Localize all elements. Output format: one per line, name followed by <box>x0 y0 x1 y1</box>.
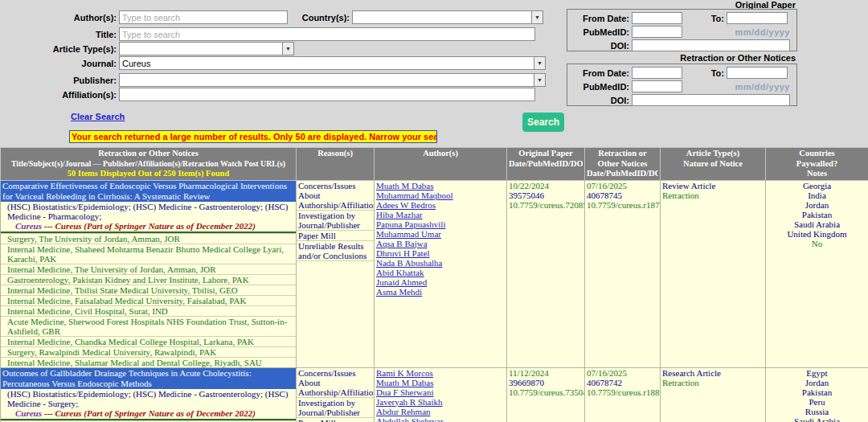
table-header-row: Retraction or Other Notices Title/Subjec… <box>1 148 868 181</box>
original-date: 11/12/2024 <box>507 368 584 378</box>
author-link[interactable]: Abdur Rehman <box>375 407 432 416</box>
author-link[interactable]: Dhruvi H Patel <box>375 248 432 258</box>
notices-doi-input[interactable] <box>632 94 790 106</box>
country-item: Peru <box>766 397 868 407</box>
result-title[interactable]: Outcomes of Gallbladder Drainage Techniq… <box>1 368 296 389</box>
paywalled-value: No <box>766 239 868 248</box>
author-link[interactable]: Muhammad Umar <box>375 229 443 239</box>
notice-date: 07/16/2025 <box>585 181 660 191</box>
affiliation-item: Internal Medicine, Faisalabad Medical Un… <box>1 295 296 305</box>
journal-line: Cureus --- Cureus (Part of Springer Natu… <box>1 221 296 233</box>
country-label: Country(s): <box>288 13 352 23</box>
original-paper-cell: 10/22/20243957504610.7759/cureus.72085 <box>507 180 585 367</box>
original-pubmedid-input[interactable] <box>632 26 682 38</box>
notices-to-label: To: <box>682 68 727 78</box>
author-link[interactable]: Abid Khattak <box>375 268 426 277</box>
journal-publisher: --- Cureus (Part of Springer Nature as o… <box>44 221 256 231</box>
author-label: Author(s): <box>0 13 119 23</box>
original-from-date-input[interactable] <box>632 12 682 24</box>
author-link[interactable]: Dua F Sherwani <box>375 387 436 397</box>
original-date: 10/22/2024 <box>507 181 584 191</box>
notice-doi: 10.7759/cureus.r187 <box>585 200 660 210</box>
chevron-down-icon[interactable]: ▼ <box>534 73 546 87</box>
result-main-cell: Comparative Effectiveness of Endoscopic … <box>1 180 297 367</box>
country-input[interactable] <box>352 10 532 24</box>
results-warning-banner: Your search returned a large number of r… <box>69 130 437 143</box>
chevron-down-icon[interactable]: ▼ <box>534 56 546 70</box>
author-link[interactable]: Muath M Dabas <box>375 181 436 191</box>
notices-from-date-label: From Date: <box>567 68 632 78</box>
author-link[interactable]: Muath M Dabas <box>375 378 436 387</box>
author-link[interactable]: Abdullah Shehryar <box>375 416 444 422</box>
country-item: Jordan <box>766 200 868 210</box>
date-format-hint: mm/dd/yyyy <box>735 82 790 92</box>
publisher-select[interactable]: ▼ <box>119 73 546 87</box>
chevron-down-icon[interactable]: ▼ <box>283 42 294 55</box>
author-link[interactable]: Junaid Ahmed <box>375 277 428 287</box>
article-type-select[interactable]: ▼ <box>119 42 294 55</box>
reason-item: Concerns/Issues About Authorship/Affilia… <box>297 368 374 398</box>
country-item: Pakistan <box>766 210 868 219</box>
publisher-label: Publisher: <box>0 76 119 85</box>
article-type-cell: Review ArticleRetraction <box>661 180 766 367</box>
title-input[interactable] <box>119 27 535 41</box>
affiliation-item: Gastroenterology, Pakistan Kidney and Li… <box>1 274 296 285</box>
affiliation-input[interactable] <box>119 88 535 101</box>
article-type-label: Article Type(s): <box>0 44 119 54</box>
original-doi: 10.7759/cureus.72085 <box>507 200 584 210</box>
affiliation-item: Internal Medicine, Civil Hospital, Surat… <box>1 305 296 316</box>
header-article-type: Article Type(s) Nature of Notice <box>661 148 766 181</box>
article-type-row: Article Type(s): ▼ <box>0 42 294 55</box>
journal-link[interactable]: Cureus <box>15 408 44 418</box>
journal-link[interactable]: Cureus <box>15 221 44 231</box>
date-format-hint: mm/dd/yyyy <box>735 27 790 37</box>
affiliation-item: Surgery, The University of Jordan, Amman… <box>1 233 296 244</box>
country-item: United Kingdom <box>766 229 868 239</box>
journal-input[interactable] <box>119 56 534 70</box>
author-link[interactable]: Adees W Bedros <box>375 200 437 210</box>
notices-from-date-input[interactable] <box>632 67 682 79</box>
article-type-input[interactable] <box>119 42 283 55</box>
author-link[interactable]: Rami K Morcos <box>375 368 435 378</box>
notices-to-date-input[interactable] <box>727 67 788 79</box>
country-item: Egypt <box>766 368 868 378</box>
authors-cell: Muath M DabasMuhammad MaqboolAdees W Bed… <box>375 180 507 367</box>
author-link[interactable]: Hiba Mazhar <box>375 210 424 219</box>
notices-pubmedid-label: PubMedID: <box>567 82 632 92</box>
author-link[interactable]: Muhammad Maqbool <box>375 191 455 200</box>
original-from-date-label: From Date: <box>567 14 632 23</box>
author-link[interactable]: Asma Mehdi <box>375 287 424 297</box>
original-doi: 10.7759/cureus.73504 <box>507 387 584 397</box>
nature-of-notice: Retraction <box>661 378 765 387</box>
country-item: Saudi Arabia <box>766 416 868 422</box>
notice-pubmedid: 40678742 <box>585 378 660 387</box>
publisher-input[interactable] <box>119 73 534 87</box>
reason-item: Concerns/Issues About Authorship/Affilia… <box>297 181 374 211</box>
notices-pubmedid-input[interactable] <box>632 80 682 92</box>
country-select[interactable]: ▼ <box>352 10 543 24</box>
publisher-row: Publisher: ▼ <box>0 73 546 87</box>
clear-search-link[interactable]: Clear Search <box>71 112 125 121</box>
author-link[interactable]: Nada B Abushalha <box>375 258 444 268</box>
retraction-database-search-page: Author(s): Country(s): ▼ Title: Article … <box>0 0 868 422</box>
original-pubmedid: 39575046 <box>507 191 584 200</box>
journal-line: Cureus --- Cureus (Part of Springer Natu… <box>1 408 296 420</box>
result-main-cell: Outcomes of Gallbladder Drainage Techniq… <box>1 367 297 422</box>
author-link[interactable]: Aqsa B Bajwa <box>375 239 429 248</box>
chevron-down-icon[interactable]: ▼ <box>532 10 543 24</box>
title-row: Title: <box>0 27 535 41</box>
items-count-label: 50 Items Displayed Out of 250 Item(s) Fo… <box>2 169 294 179</box>
journal-select[interactable]: ▼ <box>119 56 546 70</box>
result-title[interactable]: Comparative Effectiveness of Endoscopic … <box>1 181 296 202</box>
journal-label: Journal: <box>0 59 119 68</box>
original-paper-panel: From Date: To: PubMedID: mm/dd/yyyy DOI: <box>567 9 797 51</box>
original-doi-input[interactable] <box>632 39 790 51</box>
affiliation-item: Internal Medicine, Tbilisi State Medical… <box>1 285 296 295</box>
author-input[interactable] <box>119 10 288 24</box>
author-link[interactable]: Papuna Papuashvili <box>375 219 447 229</box>
search-button[interactable]: Search <box>522 113 564 132</box>
original-to-date-input[interactable] <box>727 12 788 24</box>
affiliation-item: Internal Medicine, Shaheed Mohtarma Bena… <box>1 244 296 264</box>
country-item: India <box>766 191 868 200</box>
author-link[interactable]: Javeryah R Shaikh <box>375 397 444 407</box>
